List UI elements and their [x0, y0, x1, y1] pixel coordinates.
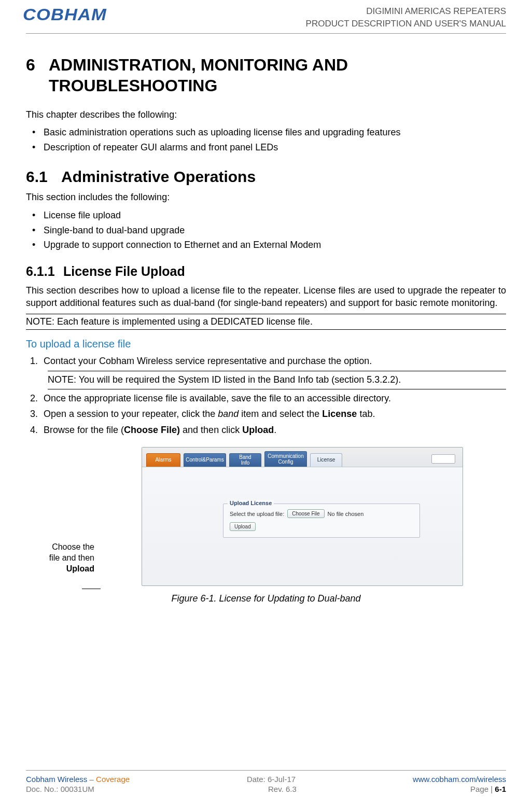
license-screenshot: Alarms Control&Params Band Info Communic…	[142, 447, 463, 586]
cobham-logo: COBHAM	[23, 5, 107, 24]
license-panel: Upload License Select the upload file: C…	[142, 467, 463, 548]
chapter-title-line1: ADMINISTRATION, MONITORING AND	[49, 55, 348, 74]
tab-bar: Alarms Control&Params Band Info Communic…	[142, 448, 463, 467]
step-4: Browse for the file (Choose File) and th…	[40, 423, 506, 438]
upload-button[interactable]: Upload	[230, 522, 256, 531]
section-list: License file upload Single-band to dual-…	[29, 208, 506, 253]
page-footer: Cobham Wireless – Coverage Date: 6-Jul-1…	[26, 770, 506, 794]
step-3: Open a session to your repeater, click t…	[40, 407, 506, 422]
tab-alarms[interactable]: Alarms	[146, 453, 180, 467]
choose-file-button[interactable]: Choose File	[287, 509, 324, 518]
step-1: Contact your Cobham Wireless service rep…	[40, 354, 506, 389]
chapter-intro: This chapter describes the following:	[26, 108, 506, 121]
section-heading: 6.1Administrative Operations	[26, 168, 506, 186]
section-intro: This section includes the following:	[26, 191, 506, 203]
step-note: NOTE: You will be required the System ID…	[48, 371, 506, 389]
step-2: Once the appropriate license file is ava…	[40, 392, 506, 406]
footer-page: Page | 6-1	[470, 785, 506, 793]
list-item: Single-band to dual-band upgrade	[29, 223, 506, 238]
chapter-number: 6	[26, 54, 49, 75]
figure-callout: Choose the file and then Upload	[26, 542, 99, 574]
footer-rev: Rev. 6.3	[268, 785, 297, 793]
fieldset-legend: Upload License	[228, 500, 274, 506]
procedure-title: To upload a license file	[26, 337, 506, 351]
figure-caption: Figure 6-1. License for Updating to Dual…	[26, 592, 506, 605]
file-select-label: Select the upload file:	[230, 511, 284, 517]
subsection-heading: 6.1.1License File Upload	[26, 264, 506, 279]
section-title: Administrative Operations	[61, 168, 256, 185]
footer-docno: Doc. No.: 00031UM	[26, 785, 94, 793]
header-line1: DIGIMINI AMERICAS REPEATERS	[306, 5, 506, 18]
subsection-para: This section describes how to upload a l…	[26, 284, 506, 310]
page-header: COBHAM DIGIMINI AMERICAS REPEATERS PRODU…	[26, 5, 506, 34]
tab-communication-config[interactable]: Communication Config	[264, 451, 307, 467]
procedure-steps: Contact your Cobham Wireless service rep…	[40, 354, 506, 438]
file-select-row: Select the upload file: Choose File No f…	[230, 509, 413, 518]
list-item: Basic administration operations such as …	[29, 125, 506, 140]
list-item: Upgrade to support connection to Etherne…	[29, 238, 506, 253]
figure-container: Choose the file and then Upload Alarms C…	[26, 447, 506, 586]
footer-date: Date: 6-Jul-17	[247, 775, 296, 784]
tab-control-params[interactable]: Control&Params	[184, 453, 226, 467]
tab-license[interactable]: License	[310, 453, 342, 467]
header-doc-title: DIGIMINI AMERICAS REPEATERS PRODUCT DESC…	[306, 5, 506, 30]
note-box: NOTE: Each feature is implemented using …	[26, 314, 506, 330]
section-number: 6.1	[26, 168, 61, 186]
toolbar-dropdown[interactable]	[431, 454, 455, 464]
footer-url: www.cobham.com/wireless	[413, 775, 506, 784]
list-item: License file upload	[29, 208, 506, 223]
callout-connector	[82, 589, 101, 589]
chapter-title-line2: TROUBLESHOOTING	[26, 75, 506, 96]
no-file-chosen-text: No file chosen	[328, 511, 364, 517]
subsection-title: License File Upload	[63, 264, 185, 278]
subsection-number: 6.1.1	[26, 264, 63, 279]
tab-band-info[interactable]: Band Info	[229, 453, 261, 467]
chapter-intro-list: Basic administration operations such as …	[29, 125, 506, 155]
chapter-heading: 6ADMINISTRATION, MONITORING AND TROUBLES…	[26, 54, 506, 96]
footer-company: Cobham Wireless – Coverage	[26, 775, 130, 784]
upload-license-fieldset: Upload License Select the upload file: C…	[223, 504, 420, 538]
list-item: Description of repeater GUI alarms and f…	[29, 140, 506, 155]
header-line2: PRODUCT DESCRIPTION AND USER'S MANUAL	[306, 18, 506, 30]
